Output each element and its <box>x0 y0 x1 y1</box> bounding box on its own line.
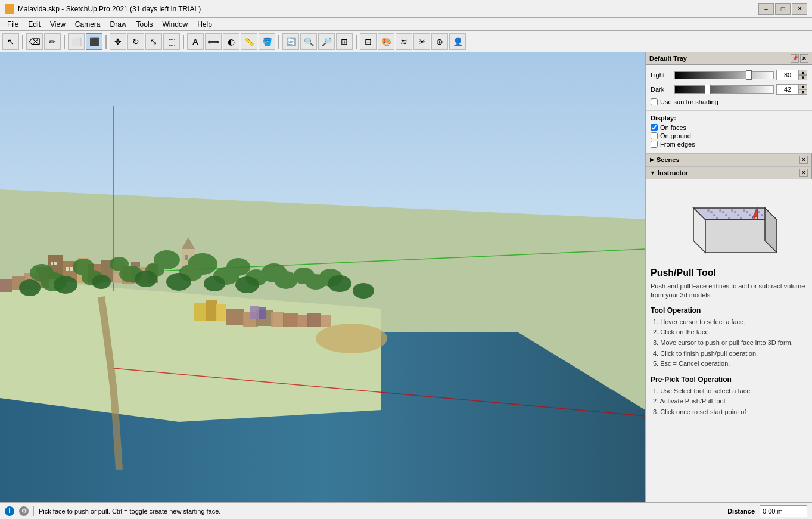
pre-pick-title: Pre-Pick Tool Operation <box>651 375 807 384</box>
on-ground-checkbox[interactable] <box>651 132 658 139</box>
status-bar: i ⚙ Pick face to push or pull. Ctrl = to… <box>0 502 812 519</box>
svg-point-78 <box>749 214 751 216</box>
toolbar-separator <box>183 35 184 49</box>
toolbar: ↖⌫✏⬜⬛✥↻⤡⬚A⟺◐📏🪣🔄🔍🔎⊞⊟🎨≋☀⊕👤 <box>0 31 812 52</box>
zoom-extents-button[interactable]: ⊞ <box>336 33 353 50</box>
status-text: Pick face to push or pull. Ctrl = toggle… <box>39 508 723 515</box>
account-tool-button[interactable]: 👤 <box>449 33 466 50</box>
move-tool-button[interactable]: ✥ <box>110 33 126 50</box>
from-edges-label: From edges <box>660 141 695 148</box>
tray-pin-button[interactable]: 📌 <box>791 54 799 63</box>
op-step-3: 3. Move cursor to push or pull face into… <box>653 338 807 349</box>
menu-item-camera[interactable]: Camera <box>70 19 105 30</box>
op-step-5: 5. Esc = Cancel operation. <box>653 359 807 369</box>
svg-point-47 <box>54 276 77 294</box>
toolbar-separator <box>105 35 107 49</box>
offset-tool-button[interactable]: ⬚ <box>163 33 180 50</box>
instructor-body: Push/Pull Tool Push and pull Face entiti… <box>646 179 812 422</box>
from-edges-checkbox[interactable] <box>651 141 658 148</box>
svg-point-55 <box>316 324 387 353</box>
svg-point-44 <box>274 271 298 289</box>
svg-point-46 <box>19 279 41 296</box>
menu-item-edit[interactable]: Edit <box>23 19 45 30</box>
menu-item-tools[interactable]: Tools <box>132 19 158 30</box>
pre-pick-step-2: 2. Activate Push/Pull tool. <box>653 396 807 407</box>
svg-point-86 <box>731 209 733 212</box>
scenes-title: Scenes <box>657 156 680 163</box>
instructor-section-header[interactable]: ▼ Instructor ✕ <box>646 166 812 179</box>
svg-rect-56 <box>226 309 244 325</box>
on-faces-label: On faces <box>660 124 686 131</box>
dark-spin-up[interactable]: ▲ <box>799 84 807 89</box>
op-step-2: 2. Click on the face. <box>653 327 807 338</box>
light-slider[interactable] <box>674 71 774 79</box>
menu-item-draw[interactable]: Draw <box>105 19 132 30</box>
use-sun-checkbox[interactable] <box>651 98 658 105</box>
scenes-section-header[interactable]: ▶ Scenes ✕ <box>646 153 812 166</box>
protractor-tool-button[interactable]: ◐ <box>223 33 239 50</box>
shadow-tool-button[interactable]: ☀ <box>413 33 430 50</box>
minimize-button[interactable]: − <box>758 3 774 15</box>
select-tool-button[interactable]: ↖ <box>2 33 19 50</box>
eraser-tool-button[interactable]: ⌫ <box>26 33 43 50</box>
menu-item-window[interactable]: Window <box>158 19 193 30</box>
instructor-close-button[interactable]: ✕ <box>799 169 808 177</box>
text-tool-button[interactable]: A <box>187 33 204 50</box>
dimension-tool-button[interactable]: ⟺ <box>205 33 222 50</box>
pencil-tool-button[interactable]: ✏ <box>44 33 61 50</box>
dark-slider[interactable] <box>674 85 774 94</box>
push-pull-tool-button[interactable]: ⬛ <box>86 33 102 50</box>
section-tool-button[interactable]: ⊟ <box>360 33 377 50</box>
distance-value[interactable]: 0.00 m <box>760 505 807 517</box>
menu-item-help[interactable]: Help <box>192 19 217 30</box>
shape-tool-button[interactable]: ⬜ <box>68 33 85 50</box>
tray-header-buttons: 📌 ✕ <box>791 54 808 63</box>
svg-rect-60 <box>283 313 298 327</box>
menu-item-view[interactable]: View <box>45 19 70 30</box>
close-button[interactable]: ✕ <box>792 3 807 15</box>
zoom-tool-button[interactable]: 🔎 <box>318 33 335 50</box>
right-panel: Default Tray 📌 ✕ Light 80 ▲ ▼ <box>645 52 812 502</box>
fog-tool-button[interactable]: ≋ <box>396 33 412 50</box>
status-separator <box>33 506 34 516</box>
light-spin-up[interactable]: ▲ <box>799 70 807 75</box>
from-edges-row: From edges <box>651 141 807 148</box>
svg-rect-66 <box>216 304 226 321</box>
rotate-tool-button[interactable]: ↻ <box>127 33 144 50</box>
tape-tool-button[interactable]: 📏 <box>241 33 257 50</box>
dark-spin-down[interactable]: ▼ <box>799 89 807 95</box>
scenes-close-button[interactable]: ✕ <box>799 156 808 164</box>
dark-value: 42 <box>776 84 799 95</box>
svg-point-48 <box>92 275 111 289</box>
tray-title: Default Tray <box>649 55 687 62</box>
pan-tool-button[interactable]: 🔍 <box>300 33 317 50</box>
gear-icon[interactable]: ⚙ <box>19 506 29 516</box>
maximize-button[interactable]: □ <box>775 3 791 15</box>
instructor-title: Instructor <box>658 169 688 176</box>
svg-rect-61 <box>297 315 309 327</box>
menu-item-file[interactable]: File <box>2 19 23 30</box>
svg-point-45 <box>305 274 326 290</box>
svg-point-73 <box>746 211 748 213</box>
light-spinbox[interactable]: ▲ ▼ <box>799 70 807 80</box>
svg-rect-68 <box>259 307 266 319</box>
orbit-tool-button[interactable]: 🔄 <box>282 33 299 50</box>
toolbar-separator <box>356 35 357 49</box>
tray-close-button[interactable]: ✕ <box>800 54 808 63</box>
light-spin-down[interactable]: ▼ <box>799 75 807 80</box>
svg-point-81 <box>728 217 730 219</box>
pre-pick-list: 1. Use Select tool to select a face. 2. … <box>651 386 807 418</box>
geo-tool-button[interactable]: ⊕ <box>431 33 448 50</box>
dark-spinbox[interactable]: ▲ ▼ <box>799 84 807 95</box>
svg-rect-24 <box>70 267 73 271</box>
svg-rect-64 <box>194 303 207 321</box>
paint-tool-button[interactable]: 🪣 <box>259 33 275 50</box>
viewport[interactable] <box>0 52 645 502</box>
op-step-4: 4. Click to finish push/pull operation. <box>653 349 807 359</box>
info-icon[interactable]: i <box>5 506 14 516</box>
on-faces-checkbox[interactable] <box>651 124 658 131</box>
scale-tool-button[interactable]: ⤡ <box>145 33 162 50</box>
scenes-arrow-icon: ▶ <box>650 157 654 163</box>
styles-tool-button[interactable]: 🎨 <box>378 33 394 50</box>
light-row: Light 80 ▲ ▼ <box>651 70 807 80</box>
